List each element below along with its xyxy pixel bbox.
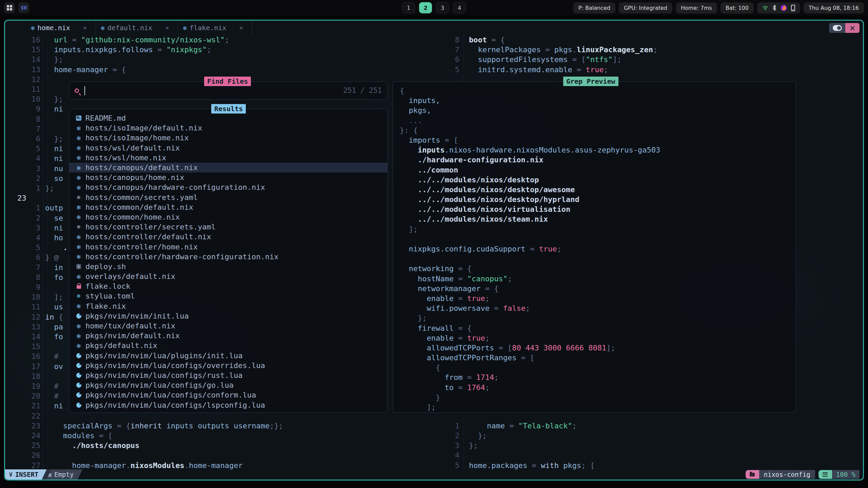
result-item[interactable]: ✻hosts/controller/home.nix bbox=[69, 242, 387, 251]
workspace-button-4[interactable]: 4 bbox=[453, 2, 466, 14]
grid-icon bbox=[7, 5, 12, 11]
code-text: kernelPackages = pkgs.linuxPackages_zen; bbox=[469, 45, 657, 55]
line-number: 2 bbox=[5, 213, 40, 223]
result-item[interactable]: ✻pkgs/nvim/default.nix bbox=[69, 331, 387, 341]
result-item[interactable]: ✻home/tux/default.nix bbox=[69, 321, 387, 331]
result-item[interactable]: ✻hosts/wsl/home.nix bbox=[69, 153, 387, 163]
result-item[interactable]: ✻pkgs/default.nix bbox=[69, 341, 387, 350]
result-item[interactable]: pkgs/nvim/nvim/lua/configs/lspconfig.lua bbox=[69, 400, 387, 410]
home-ping-pill[interactable]: Home: 7ms bbox=[676, 2, 717, 14]
grep-preview-title: Grep Preview bbox=[563, 77, 618, 86]
result-filename: README.md bbox=[85, 114, 126, 122]
result-item[interactable]: ✻overlays/default.nix bbox=[69, 271, 387, 281]
line-number: 9 bbox=[5, 104, 40, 114]
preview-line: ../../modules/nixos/desktop/awesome bbox=[400, 185, 796, 195]
result-item[interactable]: pkgs/nvim/nvim/lua/configs/go.lua bbox=[69, 380, 387, 390]
window-close-button[interactable]: × bbox=[845, 23, 860, 33]
power-profile-pill[interactable]: P: Balanced bbox=[573, 2, 615, 14]
tab-flake.nix[interactable]: ✻flake.nix× bbox=[178, 21, 252, 35]
result-item[interactable]: M↓README.md bbox=[69, 113, 387, 123]
result-item[interactable]: ✻hosts/common/default.nix bbox=[69, 202, 387, 212]
preview-line: hostName = "canopus"; bbox=[400, 274, 796, 284]
line-number: 9 bbox=[5, 282, 40, 292]
app-monogram-button[interactable]: $W bbox=[18, 2, 29, 13]
line-number: 14 bbox=[5, 332, 40, 342]
workspace-button-2[interactable]: 2 bbox=[419, 2, 432, 14]
result-count: 251 / 251 bbox=[343, 86, 382, 95]
code-text: }; bbox=[45, 183, 54, 193]
editor-line[interactable]: 8boot = { bbox=[5, 35, 863, 45]
result-item[interactable]: ✻hosts/controller/default.nix bbox=[69, 232, 387, 242]
workspace-button-1[interactable]: 1 bbox=[402, 2, 415, 14]
window-toggle-button[interactable] bbox=[829, 23, 845, 33]
gpu-pill[interactable]: GPU: Integrated bbox=[619, 2, 672, 14]
nix-icon: ✻ bbox=[75, 144, 83, 152]
current-line-number: 23 bbox=[5, 193, 40, 203]
result-item[interactable]: ✻hosts/controller/hardware-configuration… bbox=[69, 252, 387, 262]
result-item[interactable]: ✻hosts/isoImage/home.nix bbox=[69, 133, 387, 143]
preview-line: enable = true; bbox=[400, 293, 796, 303]
nix-icon: ✻ bbox=[75, 164, 83, 172]
editor-line[interactable]: 1 name = "Tela-black"; bbox=[5, 421, 863, 431]
preview-line: }: { bbox=[400, 125, 796, 135]
nix-icon: ✻ bbox=[75, 233, 83, 241]
editor-line[interactable]: 3}; bbox=[5, 441, 863, 451]
preview-line: pkgs, bbox=[400, 105, 796, 115]
result-item[interactable]: ✻hosts/canopus/hardware-configuration.ni… bbox=[69, 182, 387, 192]
result-item[interactable]: ✻hosts/canopus/default.nix bbox=[69, 163, 387, 172]
editor-line[interactable]: 4 bbox=[5, 450, 863, 461]
result-item[interactable]: ✻hosts/wsl/default.nix bbox=[69, 143, 387, 153]
result-item[interactable]: pkgs/nvim/nvim/lua/configs/overrides.lua bbox=[69, 361, 387, 370]
nix-icon: ✻ bbox=[75, 272, 83, 281]
bluetooth-icon[interactable] bbox=[772, 5, 776, 11]
preview-line: ../../modules/nixos/virtualisation bbox=[400, 204, 796, 214]
result-item[interactable]: ❯deploy.sh bbox=[69, 262, 387, 271]
editor-line[interactable]: 5 initrd.systemd.enable = true; bbox=[5, 65, 863, 75]
nix-icon: ✻ bbox=[75, 342, 83, 350]
tab-close-icon[interactable]: × bbox=[165, 24, 169, 32]
editor-line[interactable]: 2 }; bbox=[5, 431, 863, 441]
clock-pill[interactable]: Thu Aug 08, 18:16 bbox=[804, 2, 864, 14]
tab-home.nix[interactable]: ✻home.nix× bbox=[26, 21, 96, 35]
result-item[interactable]: ✻hosts/canopus/home.nix bbox=[69, 172, 387, 182]
tab-close-icon[interactable]: × bbox=[239, 24, 243, 32]
preview-line: to = 1764; bbox=[400, 383, 796, 392]
editor-line[interactable]: 7 kernelPackages = pkgs.linuxPackages_ze… bbox=[5, 45, 863, 55]
code-text: in { bbox=[45, 312, 63, 322]
app-launcher-button[interactable] bbox=[4, 2, 15, 13]
result-item[interactable]: ✻hosts/common/home.nix bbox=[69, 212, 387, 222]
preview-line: } bbox=[400, 392, 796, 402]
top-status-bar: $W 1234 P: Balanced GPU: Integrated Home… bbox=[0, 0, 868, 16]
preview-line: ]; bbox=[400, 402, 796, 412]
network-icon[interactable] bbox=[762, 5, 768, 11]
code-text: ni bbox=[45, 144, 63, 154]
result-item[interactable]: pkgs/nvim/nvim/lua/configs/conform.lua bbox=[69, 390, 387, 400]
result-item[interactable]: ☸hosts/common/secrets.yaml bbox=[69, 192, 387, 202]
line-number: 3 bbox=[426, 441, 459, 450]
result-item[interactable]: ☸hosts/controller/secrets.yaml bbox=[69, 222, 387, 232]
editor-line[interactable]: 6 supportedFilesystems = ["ntfs"]; bbox=[5, 55, 863, 65]
scroll-progress: 100 % bbox=[832, 470, 860, 479]
line-number: 1 bbox=[5, 203, 40, 213]
result-item[interactable]: ✻hosts/isoImage/default.nix bbox=[69, 123, 387, 133]
code-text: us bbox=[45, 302, 63, 312]
result-item[interactable]: pkgs/nvim/nvim/lua/configs/rust.lua bbox=[69, 370, 387, 380]
result-item[interactable]: pkgs/nvim/nvim/lua/plugins/init.lua bbox=[69, 351, 387, 361]
tab-close-icon[interactable]: × bbox=[83, 24, 87, 32]
result-item[interactable]: pkgs/nvim/nvim/init.lua bbox=[69, 311, 387, 321]
firefox-tray-icon[interactable] bbox=[781, 5, 787, 11]
result-item[interactable]: ☸stylua.toml bbox=[69, 291, 387, 301]
gear-icon: ☸ bbox=[75, 223, 83, 230]
result-item[interactable]: flake.lock bbox=[69, 281, 387, 291]
result-item[interactable]: ✻flake.nix bbox=[69, 301, 387, 311]
workspace-button-3[interactable]: 3 bbox=[436, 2, 449, 14]
code-text: # bbox=[45, 351, 59, 361]
preview-line: ../common bbox=[400, 165, 796, 175]
phone-icon[interactable] bbox=[791, 5, 795, 11]
line-number: 11 bbox=[5, 302, 40, 312]
battery-pill[interactable]: Bat: 100 bbox=[721, 2, 754, 14]
line-number: 15 bbox=[5, 342, 40, 351]
lock-icon bbox=[75, 284, 83, 289]
result-filename: pkgs/nvim/nvim/lua/plugins/init.lua bbox=[85, 351, 243, 360]
tab-default.nix[interactable]: ✻default.nix× bbox=[96, 21, 178, 35]
